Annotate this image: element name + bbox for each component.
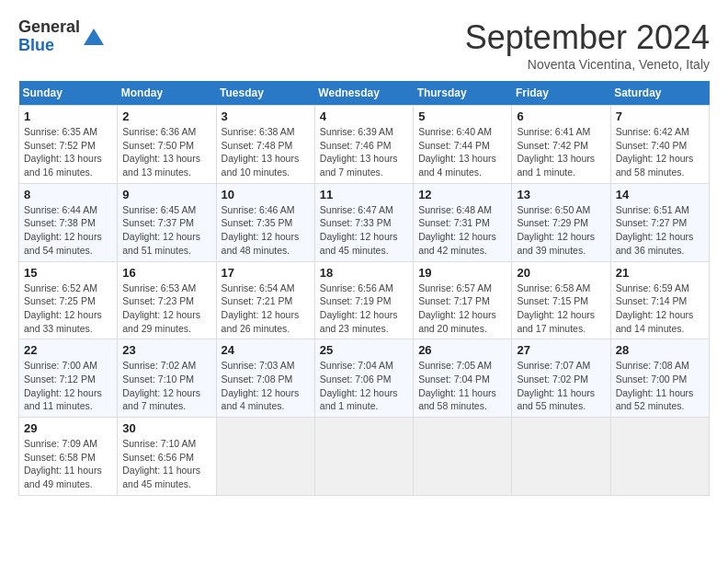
day-number: 11: [320, 188, 408, 201]
day-number: 20: [517, 266, 605, 280]
calendar-cell: 14Sunrise: 6:51 AM Sunset: 7:27 PM Dayli…: [610, 183, 709, 261]
calendar-week-row: 29Sunrise: 7:09 AM Sunset: 6:58 PM Dayli…: [19, 418, 710, 496]
calendar-cell: 9Sunrise: 6:45 AM Sunset: 7:37 PM Daylig…: [118, 183, 216, 261]
day-number: 9: [122, 188, 210, 201]
day-number: 4: [320, 109, 408, 123]
page-header: General Blue September 2024 Noventa Vice…: [18, 18, 710, 72]
calendar-cell: 12Sunrise: 6:48 AM Sunset: 7:31 PM Dayli…: [414, 183, 512, 261]
col-header-saturday: Saturday: [610, 81, 709, 106]
day-info: Sunrise: 7:04 AM Sunset: 7:06 PM Dayligh…: [320, 359, 408, 413]
calendar-cell: 30Sunrise: 7:10 AM Sunset: 6:56 PM Dayli…: [118, 418, 216, 496]
calendar-cell: [512, 418, 610, 496]
day-number: 25: [320, 343, 408, 357]
day-number: 24: [222, 343, 310, 357]
calendar-cell: 13Sunrise: 6:50 AM Sunset: 7:29 PM Dayli…: [512, 183, 610, 261]
calendar-cell: 10Sunrise: 6:46 AM Sunset: 7:35 PM Dayli…: [216, 183, 314, 261]
calendar-cell: 27Sunrise: 7:07 AM Sunset: 7:02 PM Dayli…: [512, 339, 610, 418]
day-info: Sunrise: 7:02 AM Sunset: 7:10 PM Dayligh…: [122, 359, 210, 413]
calendar-cell: 17Sunrise: 6:54 AM Sunset: 7:21 PM Dayli…: [216, 261, 314, 339]
calendar-week-row: 1Sunrise: 6:35 AM Sunset: 7:52 PM Daylig…: [19, 106, 710, 184]
day-number: 6: [517, 109, 605, 123]
calendar-cell: 3Sunrise: 6:38 AM Sunset: 7:48 PM Daylig…: [216, 106, 314, 184]
day-number: 19: [418, 266, 506, 280]
day-info: Sunrise: 7:03 AM Sunset: 7:08 PM Dayligh…: [222, 359, 310, 413]
col-header-thursday: Thursday: [414, 81, 512, 106]
calendar-cell: [216, 418, 314, 496]
day-number: 22: [24, 343, 112, 357]
calendar-cell: 23Sunrise: 7:02 AM Sunset: 7:10 PM Dayli…: [118, 339, 216, 418]
day-number: 2: [122, 109, 210, 123]
day-number: 27: [517, 343, 605, 357]
day-info: Sunrise: 6:45 AM Sunset: 7:37 PM Dayligh…: [122, 203, 210, 258]
day-info: Sunrise: 6:58 AM Sunset: 7:15 PM Dayligh…: [517, 282, 605, 336]
day-info: Sunrise: 6:48 AM Sunset: 7:31 PM Dayligh…: [418, 203, 506, 258]
day-info: Sunrise: 6:50 AM Sunset: 7:29 PM Dayligh…: [517, 203, 605, 258]
calendar-cell: 29Sunrise: 7:09 AM Sunset: 6:58 PM Dayli…: [19, 418, 118, 496]
day-number: 15: [24, 266, 112, 280]
day-number: 5: [418, 109, 506, 123]
calendar-cell: [314, 418, 413, 496]
day-number: 30: [122, 421, 210, 435]
day-info: Sunrise: 6:52 AM Sunset: 7:25 PM Dayligh…: [24, 282, 112, 336]
calendar-cell: 16Sunrise: 6:53 AM Sunset: 7:23 PM Dayli…: [118, 261, 216, 339]
calendar-cell: 7Sunrise: 6:42 AM Sunset: 7:40 PM Daylig…: [610, 106, 709, 184]
logo-general: General: [18, 17, 80, 36]
calendar-cell: 5Sunrise: 6:40 AM Sunset: 7:44 PM Daylig…: [414, 106, 512, 184]
day-info: Sunrise: 7:07 AM Sunset: 7:02 PM Dayligh…: [517, 359, 605, 413]
day-number: 18: [320, 266, 408, 280]
day-number: 1: [24, 109, 112, 123]
day-number: 16: [122, 266, 210, 280]
calendar-table: SundayMondayTuesdayWednesdayThursdayFrid…: [18, 81, 710, 496]
day-number: 7: [616, 109, 704, 123]
col-header-friday: Friday: [512, 81, 610, 106]
day-info: Sunrise: 7:09 AM Sunset: 6:58 PM Dayligh…: [24, 437, 112, 491]
logo: General Blue: [18, 18, 104, 55]
day-info: Sunrise: 6:36 AM Sunset: 7:50 PM Dayligh…: [122, 125, 210, 179]
day-info: Sunrise: 6:47 AM Sunset: 7:33 PM Dayligh…: [320, 203, 408, 258]
calendar-cell: 21Sunrise: 6:59 AM Sunset: 7:14 PM Dayli…: [610, 261, 709, 339]
calendar-cell: 22Sunrise: 7:00 AM Sunset: 7:12 PM Dayli…: [19, 339, 118, 418]
day-number: 13: [517, 188, 605, 201]
day-info: Sunrise: 6:42 AM Sunset: 7:40 PM Dayligh…: [616, 125, 704, 179]
calendar-cell: [414, 418, 512, 496]
day-number: 23: [122, 343, 210, 357]
calendar-week-row: 15Sunrise: 6:52 AM Sunset: 7:25 PM Dayli…: [19, 261, 710, 339]
day-number: 26: [418, 343, 506, 357]
day-info: Sunrise: 6:53 AM Sunset: 7:23 PM Dayligh…: [122, 282, 210, 336]
month-title: September 2024: [465, 18, 710, 57]
title-block: September 2024 Noventa Vicentina, Veneto…: [465, 18, 710, 72]
day-info: Sunrise: 6:41 AM Sunset: 7:42 PM Dayligh…: [517, 125, 605, 179]
day-info: Sunrise: 6:57 AM Sunset: 7:17 PM Dayligh…: [418, 282, 506, 336]
day-number: 14: [616, 188, 704, 201]
day-info: Sunrise: 6:35 AM Sunset: 7:52 PM Dayligh…: [24, 125, 112, 179]
col-header-tuesday: Tuesday: [216, 81, 314, 106]
day-info: Sunrise: 6:51 AM Sunset: 7:27 PM Dayligh…: [616, 203, 704, 258]
calendar-cell: 15Sunrise: 6:52 AM Sunset: 7:25 PM Dayli…: [19, 261, 118, 339]
day-info: Sunrise: 6:40 AM Sunset: 7:44 PM Dayligh…: [418, 125, 506, 179]
calendar-week-row: 8Sunrise: 6:44 AM Sunset: 7:38 PM Daylig…: [19, 183, 710, 261]
day-info: Sunrise: 6:56 AM Sunset: 7:19 PM Dayligh…: [320, 282, 408, 336]
calendar-cell: 1Sunrise: 6:35 AM Sunset: 7:52 PM Daylig…: [19, 106, 118, 184]
calendar-cell: 8Sunrise: 6:44 AM Sunset: 7:38 PM Daylig…: [19, 183, 118, 261]
calendar-cell: 11Sunrise: 6:47 AM Sunset: 7:33 PM Dayli…: [314, 183, 413, 261]
day-info: Sunrise: 6:54 AM Sunset: 7:21 PM Dayligh…: [222, 282, 310, 336]
day-info: Sunrise: 6:38 AM Sunset: 7:48 PM Dayligh…: [222, 125, 310, 179]
day-info: Sunrise: 7:10 AM Sunset: 6:56 PM Dayligh…: [122, 437, 210, 491]
logo-text: General Blue: [18, 18, 80, 55]
day-number: 8: [24, 188, 112, 201]
day-info: Sunrise: 7:08 AM Sunset: 7:00 PM Dayligh…: [616, 359, 704, 413]
svg-marker-0: [84, 29, 104, 45]
calendar-cell: 25Sunrise: 7:04 AM Sunset: 7:06 PM Dayli…: [314, 339, 413, 418]
calendar-cell: 19Sunrise: 6:57 AM Sunset: 7:17 PM Dayli…: [414, 261, 512, 339]
day-number: 21: [616, 266, 704, 280]
col-header-monday: Monday: [118, 81, 216, 106]
calendar-week-row: 22Sunrise: 7:00 AM Sunset: 7:12 PM Dayli…: [19, 339, 710, 418]
col-header-wednesday: Wednesday: [314, 81, 413, 106]
day-number: 3: [222, 109, 310, 123]
calendar-cell: 24Sunrise: 7:03 AM Sunset: 7:08 PM Dayli…: [216, 339, 314, 418]
col-header-sunday: Sunday: [19, 81, 118, 106]
location-subtitle: Noventa Vicentina, Veneto, Italy: [465, 57, 710, 72]
day-number: 17: [222, 266, 310, 280]
day-number: 10: [222, 188, 310, 201]
day-number: 28: [616, 343, 704, 357]
